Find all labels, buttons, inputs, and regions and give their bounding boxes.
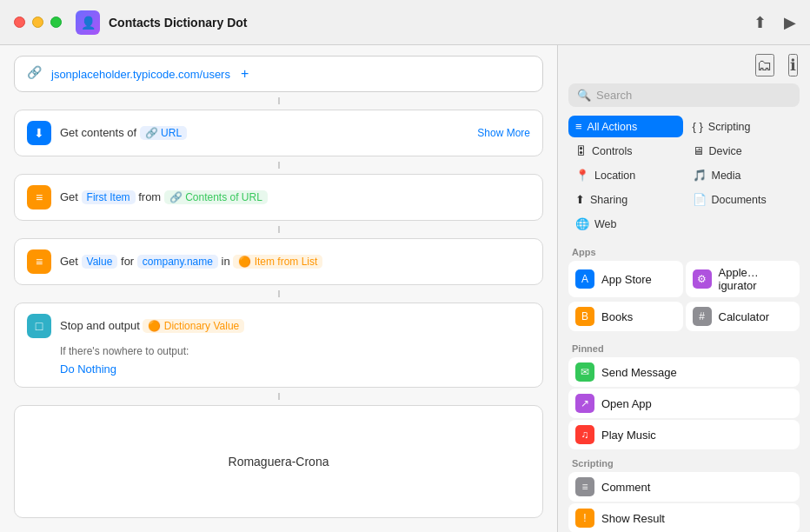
get-value-label: Get bbox=[60, 255, 82, 268]
books-icon: B bbox=[575, 307, 594, 326]
apple-igurator-icon: ⚙ bbox=[693, 269, 712, 289]
in-label: in bbox=[222, 255, 234, 268]
connector-4 bbox=[278, 290, 280, 297]
url-text[interactable]: jsonplaceholder.typicode.com/users bbox=[51, 68, 230, 81]
category-media[interactable]: 🎵 Media bbox=[686, 164, 800, 186]
category-all-actions[interactable]: ≡ All Actions bbox=[568, 116, 683, 137]
sidebar-item-play-music[interactable]: ♫ Play Music bbox=[568, 420, 800, 449]
company-name-token[interactable]: company.name bbox=[137, 255, 218, 269]
play-button[interactable]: ▶ bbox=[784, 13, 796, 32]
action-get-value[interactable]: ≡ Get Value for company.name in 🟠 Item f… bbox=[14, 238, 543, 285]
get-label: Get bbox=[60, 190, 82, 203]
stop-label: Stop and output bbox=[60, 319, 143, 332]
category-device[interactable]: 🖥 Device bbox=[686, 140, 800, 162]
stop-output-block[interactable]: □ Stop and output 🟠 Dictionary Value If … bbox=[14, 303, 543, 388]
item-from-list-token[interactable]: 🟠 Item from List bbox=[233, 255, 322, 269]
search-placeholder[interactable]: Search bbox=[596, 89, 791, 102]
location-label: Location bbox=[594, 170, 635, 182]
sidebar-item-books[interactable]: B Books bbox=[568, 302, 683, 331]
output-value: Romaguera-Crona bbox=[229, 455, 329, 469]
action-get-contents[interactable]: ⬇ Get contents of 🔗 URL Show More bbox=[14, 110, 543, 156]
scripting-label: Scripting bbox=[708, 121, 751, 133]
sidebar-scroll: Apps A App Store ⚙ Apple…igurator B Book… bbox=[558, 240, 810, 532]
all-actions-label: All Actions bbox=[588, 121, 638, 133]
sidebar-item-comment[interactable]: ≡ Comment bbox=[568, 472, 800, 502]
controls-icon: 🎛 bbox=[575, 144, 587, 157]
location-icon: 📍 bbox=[575, 169, 589, 182]
url-bar[interactable]: 🔗 jsonplaceholder.typicode.com/users + bbox=[14, 56, 543, 92]
do-nothing-button[interactable]: Do Nothing bbox=[60, 362, 116, 376]
first-item-token[interactable]: First Item bbox=[82, 190, 136, 204]
show-more-button[interactable]: Show More bbox=[477, 127, 530, 139]
category-controls[interactable]: 🎛 Controls bbox=[568, 140, 683, 162]
get-contents-icon: ⬇ bbox=[27, 121, 51, 145]
media-label: Media bbox=[712, 170, 741, 182]
controls-label: Controls bbox=[592, 145, 633, 157]
comment-icon: ≡ bbox=[575, 477, 594, 496]
get-value-text: Get Value for company.name in 🟠 Item fro… bbox=[60, 255, 530, 269]
add-url-button[interactable]: + bbox=[241, 66, 249, 82]
for-label: for bbox=[121, 255, 137, 268]
apps-section-label: Apps bbox=[568, 240, 800, 261]
app-store-icon: A bbox=[575, 269, 594, 289]
open-app-icon: ↗ bbox=[575, 394, 594, 413]
sidebar-item-open-app[interactable]: ↗ Open App bbox=[568, 389, 800, 418]
category-scripting[interactable]: { } Scripting bbox=[686, 116, 800, 137]
category-location[interactable]: 📍 Location bbox=[568, 164, 683, 186]
maximize-button[interactable] bbox=[50, 17, 62, 28]
scripting-section-label: Scripting bbox=[568, 451, 800, 472]
web-label: Web bbox=[594, 218, 616, 230]
stop-body: If there's nowhere to output: Do Nothing bbox=[27, 345, 530, 376]
category-sharing[interactable]: ⬆ Sharing bbox=[568, 189, 683, 210]
calculator-label: Calculator bbox=[719, 310, 770, 323]
info-button[interactable]: ℹ bbox=[788, 54, 798, 76]
output-area: Romaguera-Crona bbox=[14, 405, 543, 518]
get-first-item-text: Get First Item from 🔗 Contents of URL bbox=[60, 190, 530, 204]
category-web[interactable]: 🌐 Web bbox=[568, 213, 683, 235]
url-token[interactable]: 🔗 URL bbox=[140, 126, 187, 140]
connector-3 bbox=[278, 226, 280, 233]
nowhere-label: If there's nowhere to output: bbox=[60, 345, 530, 357]
link-icon: 🔗 bbox=[27, 65, 44, 83]
comment-label: Comment bbox=[601, 481, 650, 494]
app-icon: 👤 bbox=[76, 10, 100, 35]
apps-grid: A App Store ⚙ Apple…igurator B Books # C… bbox=[568, 261, 800, 333]
dictionary-value-token[interactable]: 🟠 Dictionary Value bbox=[143, 319, 244, 333]
value-token[interactable]: Value bbox=[82, 255, 118, 269]
sidebar-item-app-store[interactable]: A App Store bbox=[568, 261, 683, 297]
sidebar-item-apple-igurator[interactable]: ⚙ Apple…igurator bbox=[686, 261, 800, 297]
device-icon: 🖥 bbox=[693, 144, 704, 157]
documents-label: Documents bbox=[712, 194, 767, 206]
apple-igurator-label: Apple…igurator bbox=[719, 266, 793, 292]
from-label: from bbox=[138, 190, 164, 203]
sidebar-item-calculator[interactable]: # Calculator bbox=[686, 302, 800, 331]
connector-1 bbox=[278, 97, 280, 104]
pinned-section-label: Pinned bbox=[568, 336, 800, 357]
stop-text: Stop and output 🟠 Dictionary Value bbox=[60, 319, 530, 333]
calculator-icon: # bbox=[693, 307, 712, 326]
connector-5 bbox=[278, 393, 280, 400]
sidebar-item-send-message[interactable]: ✉ Send Message bbox=[568, 357, 800, 387]
play-music-label: Play Music bbox=[601, 429, 656, 442]
send-message-label: Send Message bbox=[601, 366, 677, 379]
stop-icon: □ bbox=[27, 314, 51, 338]
media-icon: 🎵 bbox=[693, 169, 707, 182]
library-button[interactable]: 🗂 bbox=[755, 54, 774, 76]
category-documents[interactable]: 📄 Documents bbox=[686, 189, 800, 210]
open-app-label: Open App bbox=[601, 397, 652, 410]
share-button[interactable]: ⬆ bbox=[754, 13, 767, 32]
scripting-icon: { } bbox=[693, 120, 703, 133]
device-label: Device bbox=[709, 145, 742, 157]
search-icon: 🔍 bbox=[577, 89, 591, 102]
titlebar: 👤 Contacts Dictionary Dot ⬆ ▶ bbox=[0, 0, 810, 45]
action-get-first-item[interactable]: ≡ Get First Item from 🔗 Contents of URL bbox=[14, 174, 543, 221]
contents-url-token[interactable]: 🔗 Contents of URL bbox=[164, 190, 268, 204]
close-button[interactable] bbox=[14, 17, 25, 28]
show-result-icon: ! bbox=[575, 509, 594, 528]
sidebar-item-show-result[interactable]: ! Show Result bbox=[568, 503, 800, 532]
get-first-item-icon: ≡ bbox=[27, 185, 51, 209]
get-value-icon: ≡ bbox=[27, 249, 51, 274]
minimize-button[interactable] bbox=[32, 17, 43, 28]
show-result-label: Show Result bbox=[601, 512, 665, 525]
search-bar[interactable]: 🔍 Search bbox=[568, 83, 800, 107]
